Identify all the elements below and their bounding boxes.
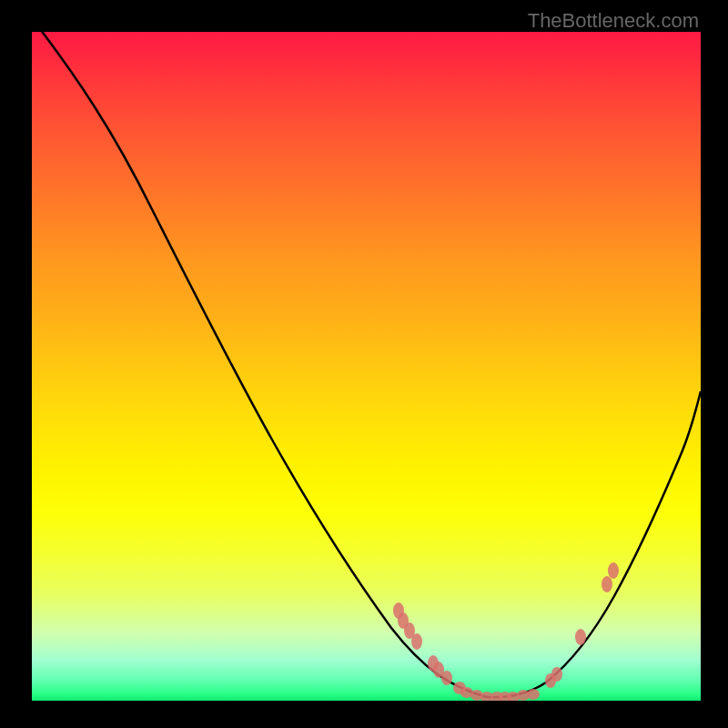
plot-background <box>32 32 701 701</box>
chart-container: { "watermark": "TheBottleneck.com", "cha… <box>0 0 728 728</box>
watermark-text: TheBottleneck.com <box>528 9 699 33</box>
